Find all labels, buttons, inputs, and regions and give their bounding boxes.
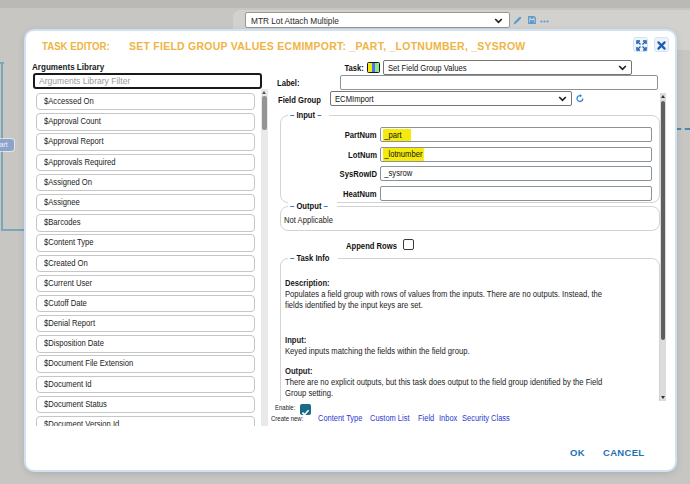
field-label-text: LotNum xyxy=(348,150,377,160)
ok-button[interactable]: OK xyxy=(570,447,585,458)
field-input-lotnum[interactable]: _lotnumber xyxy=(380,147,652,162)
argument-item[interactable]: $Disposition Date xyxy=(36,335,255,352)
argument-item-label: $Approval Count xyxy=(44,114,101,130)
output-fieldset-legend: – Output – xyxy=(288,201,337,211)
task-info-input-text: Keyed inputs matching the fields within … xyxy=(285,346,470,357)
argument-item[interactable]: $Content Type xyxy=(36,234,255,251)
enable-label-text: Enable: xyxy=(275,403,295,412)
screen: MTR Lot Attach Multiple Start TASK EDITO… xyxy=(0,0,690,484)
create-new-label: Create new: xyxy=(271,414,311,423)
argument-item[interactable]: $Document Version Id xyxy=(36,416,255,426)
task-settings-viewport: Field Group ECMImport – Input – PartNum_… xyxy=(275,91,660,401)
create-new-link-content-type[interactable]: Content Type xyxy=(318,414,362,423)
argument-item[interactable]: $Current User xyxy=(36,275,255,292)
field-label-text: PartNum xyxy=(345,130,377,140)
create-new-link-custom-list[interactable]: Custom List xyxy=(370,414,409,423)
save-disk-icon[interactable] xyxy=(528,16,536,24)
argument-item-label: $Cutoff Date xyxy=(44,296,87,312)
arguments-scrollbar-thumb[interactable] xyxy=(262,96,267,130)
scroll-up-arrow-icon[interactable] xyxy=(661,95,665,98)
field-label-lotnum: LotNum xyxy=(281,150,377,160)
create-new-link-field[interactable]: Field xyxy=(418,414,434,423)
argument-item-label: $Content Type xyxy=(44,235,94,251)
field-group-select[interactable]: ECMImport xyxy=(330,91,572,106)
argument-item[interactable]: $Assigned On xyxy=(36,174,255,191)
cancel-button[interactable]: CANCEL xyxy=(603,447,644,458)
stripe-green xyxy=(375,63,379,72)
legend-dash: – xyxy=(290,201,294,211)
legend-dash: – xyxy=(290,110,294,120)
arguments-list: $Accessed On$Approval Count$Approval Rep… xyxy=(33,93,269,426)
task-settings-scrollbar-thumb[interactable] xyxy=(661,101,666,340)
argument-item[interactable]: $Approvals Required xyxy=(36,154,255,171)
argument-item[interactable]: $Document Status xyxy=(36,396,255,413)
scroll-down-arrow-icon[interactable] xyxy=(661,396,665,399)
field-label-text: HeatNum xyxy=(343,189,377,199)
refresh-icon[interactable] xyxy=(576,94,584,103)
input-fieldset-legend: – Input – xyxy=(288,110,329,120)
argument-item[interactable]: $Accessed On xyxy=(36,93,255,110)
argument-item-label: $Approvals Required xyxy=(44,155,115,171)
expand-button[interactable] xyxy=(633,37,648,52)
label-input[interactable] xyxy=(340,75,658,90)
argument-item-label: $Created On xyxy=(44,256,88,272)
argument-item[interactable]: $Approval Report xyxy=(36,133,255,150)
argument-item-label: $Document Version Id xyxy=(44,417,119,426)
field-group-label: Field Group xyxy=(278,95,329,105)
input-fieldset: – Input – PartNum_partLotNum_lotnumberSy… xyxy=(280,115,660,203)
output-content: Not Applicable xyxy=(284,215,342,226)
field-group-label-text: Field Group xyxy=(278,95,321,105)
field-input-heatnum[interactable] xyxy=(380,186,652,201)
task-select[interactable]: Set Field Group Values xyxy=(383,60,632,75)
argument-item[interactable]: $Created On xyxy=(36,255,255,272)
scroll-up-arrow-icon[interactable] xyxy=(262,91,266,94)
arguments-filter-input[interactable] xyxy=(39,76,267,86)
task-settings-scrollbar[interactable] xyxy=(660,93,667,401)
field-input-sysrowid[interactable]: _sysrow xyxy=(380,166,652,181)
task-label-text: Task: xyxy=(345,63,364,73)
start-node[interactable]: Start xyxy=(0,139,14,151)
argument-item[interactable]: $Cutoff Date xyxy=(36,295,255,312)
argument-item[interactable]: $Denial Report xyxy=(36,315,255,332)
field-value: _lotnumber xyxy=(383,148,424,161)
expand-icon xyxy=(636,40,647,51)
append-rows-label-text: Append Rows xyxy=(346,241,397,251)
dialog-title-main: SET FIELD GROUP VALUES ECMIMPORT: _PART,… xyxy=(129,40,526,52)
legend-dash: – xyxy=(324,201,328,211)
argument-item-label: $Barcodes xyxy=(44,215,81,231)
field-input-partnum[interactable]: _part xyxy=(380,127,652,142)
task-info-fieldset: – Task Info Description: Populates a fie… xyxy=(280,258,660,401)
close-button[interactable] xyxy=(654,37,669,52)
task-info-fieldset-legend: – Task Info xyxy=(288,253,338,263)
argument-item[interactable]: $Assignee xyxy=(36,194,255,211)
create-new-link-inbox[interactable]: Inbox xyxy=(439,414,457,423)
dialog-title-prefix: TASK EDITOR: xyxy=(42,40,110,52)
arguments-list-scrollbar[interactable] xyxy=(261,89,268,426)
more-ellipsis-icon[interactable] xyxy=(540,20,549,23)
create-new-links: Content TypeCustom ListFieldInboxSecurit… xyxy=(318,414,519,423)
argument-item-label: $Document File Extension xyxy=(44,356,133,372)
workflow-select-value: MTR Lot Attach Multiple xyxy=(251,16,339,26)
argument-item[interactable]: $Approval Count xyxy=(36,113,255,130)
workflow-select[interactable]: MTR Lot Attach Multiple xyxy=(245,12,510,28)
label-label-text: Label: xyxy=(277,78,300,88)
argument-item-label: $Assigned On xyxy=(44,175,92,191)
edit-pencil-icon[interactable] xyxy=(513,16,522,25)
argument-item[interactable]: $Document Id xyxy=(36,376,255,393)
legend-dash: – xyxy=(290,253,294,263)
canvas-connector-line xyxy=(676,128,690,130)
task-info-legend-text: – Task Info xyxy=(290,253,329,263)
task-label: Task: xyxy=(277,63,364,73)
argument-item[interactable]: $Document File Extension xyxy=(36,355,255,372)
enable-label: Enable: xyxy=(275,403,300,412)
argument-item[interactable]: $Barcodes xyxy=(36,214,255,231)
output-legend-text: – Output – xyxy=(290,201,328,211)
create-new-link-security-class[interactable]: Security Class xyxy=(462,414,510,423)
argument-item-label: $Document Status xyxy=(44,397,107,413)
task-select-value: Set Field Group Values xyxy=(388,63,467,73)
arguments-library-header: Arguments Library xyxy=(32,61,117,72)
append-rows-checkbox[interactable] xyxy=(403,239,414,250)
input-legend-text: – Input – xyxy=(290,110,322,120)
enable-checkbox[interactable] xyxy=(300,404,311,415)
close-icon xyxy=(656,40,667,51)
